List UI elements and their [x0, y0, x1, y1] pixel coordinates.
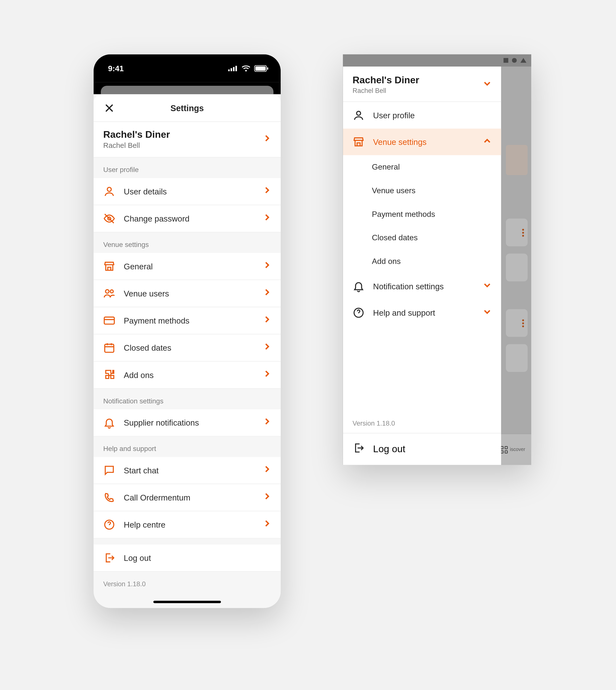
- bell-icon: [353, 280, 365, 292]
- home-indicator: [94, 601, 281, 608]
- drawer-item-help-support[interactable]: Help and support: [343, 299, 501, 326]
- venue-user: Rachel Bell: [103, 141, 263, 150]
- drawer-version: Version 1.18.0: [343, 413, 501, 433]
- navigation-drawer: Rachel's Diner Rachel Bell User profile …: [343, 67, 501, 465]
- settings-sheet: Settings Rachel's Diner Rachel Bell User…: [94, 94, 281, 608]
- drawer-item-label: User profile: [373, 111, 491, 120]
- svg-rect-15: [503, 58, 508, 63]
- section-user-profile: User profile: [94, 157, 281, 178]
- drawer-item-label: Help and support: [373, 308, 475, 317]
- row-label: Add ons: [124, 370, 254, 380]
- person-icon: [353, 109, 365, 121]
- help-circle-icon: [353, 307, 365, 319]
- store-icon: [353, 136, 365, 148]
- drawer-sub-general[interactable]: General: [343, 155, 501, 179]
- svg-point-17: [356, 111, 360, 115]
- row-label: Call Ordermentum: [124, 493, 254, 502]
- svg-point-11: [110, 290, 113, 293]
- svg-rect-13: [105, 344, 114, 352]
- svg-rect-3: [236, 66, 237, 71]
- svg-point-10: [106, 289, 109, 293]
- chat-icon: [103, 464, 115, 476]
- drawer-logout-label: Log out: [373, 444, 405, 455]
- drawer-sub-venue-users[interactable]: Venue users: [343, 179, 501, 202]
- battery-icon: [254, 65, 269, 71]
- help-circle-icon: [103, 519, 115, 531]
- logout-icon: [103, 552, 115, 564]
- row-label: Supplier notifications: [124, 418, 254, 427]
- row-venue-users[interactable]: Venue users: [94, 280, 281, 307]
- drawer-item-label: Notification settings: [373, 282, 475, 291]
- section-help: Help and support: [94, 436, 281, 457]
- row-change-password[interactable]: Change password: [94, 205, 281, 232]
- drawer-item-notification-settings[interactable]: Notification settings: [343, 273, 501, 299]
- drawer-sub-payment-methods[interactable]: Payment methods: [343, 202, 501, 226]
- tablet-drawer-screen: iscover Rachel's Diner Rachel Bell User …: [343, 55, 531, 465]
- row-logout[interactable]: Log out: [94, 545, 281, 572]
- status-circle-icon: [512, 58, 517, 63]
- svg-rect-12: [104, 317, 114, 324]
- drawer-item-user-profile[interactable]: User profile: [343, 102, 501, 129]
- row-label: Closed dates: [124, 343, 254, 352]
- logout-icon: [353, 442, 365, 456]
- svg-point-4: [245, 69, 247, 71]
- chevron-right-icon: [263, 213, 271, 224]
- row-closed-dates[interactable]: Closed dates: [94, 335, 281, 362]
- chevron-right-icon: [263, 465, 271, 476]
- android-status-bar: [343, 55, 531, 67]
- chevron-right-icon: [263, 519, 271, 530]
- chevron-right-icon: [263, 315, 271, 326]
- svg-rect-2: [233, 67, 235, 71]
- drawer-logout[interactable]: Log out: [343, 433, 501, 465]
- row-supplier-notifications[interactable]: Supplier notifications: [94, 409, 281, 436]
- eye-off-icon: [103, 212, 115, 224]
- credit-card-icon: [103, 315, 115, 326]
- svg-rect-1: [230, 68, 232, 71]
- venue-name: Rachel's Diner: [103, 129, 263, 140]
- bell-icon: [103, 417, 115, 429]
- row-call[interactable]: Call Ordermentum: [94, 484, 281, 511]
- venue-selector[interactable]: Rachel's Diner Rachel Bell: [94, 122, 281, 158]
- section-venue-settings: Venue settings: [94, 232, 281, 253]
- drawer-item-label: Venue settings: [373, 137, 475, 146]
- row-start-chat[interactable]: Start chat: [94, 457, 281, 484]
- svg-rect-7: [267, 67, 268, 69]
- chevron-right-icon: [263, 492, 271, 503]
- chevron-right-icon: [263, 417, 271, 428]
- section-notifications: Notification settings: [94, 389, 281, 409]
- svg-rect-6: [255, 66, 266, 70]
- close-button[interactable]: [101, 99, 118, 116]
- row-general[interactable]: General: [94, 253, 281, 280]
- chevron-down-icon: [483, 307, 491, 318]
- drawer-sub-add-ons[interactable]: Add ons: [343, 250, 501, 273]
- status-indicators: [228, 65, 269, 71]
- row-label: Payment methods: [124, 316, 254, 325]
- row-add-ons[interactable]: Add ons: [94, 362, 281, 389]
- svg-point-8: [107, 187, 111, 191]
- puzzle-icon: [103, 369, 115, 381]
- signal-icon: [228, 65, 238, 71]
- users-icon: [103, 287, 115, 299]
- row-label: General: [124, 262, 254, 271]
- drawer-item-venue-settings[interactable]: Venue settings: [343, 129, 501, 155]
- chevron-down-icon: [483, 79, 491, 90]
- row-help-centre[interactable]: Help centre: [94, 511, 281, 538]
- row-label: Venue users: [124, 289, 254, 298]
- row-payment-methods[interactable]: Payment methods: [94, 307, 281, 335]
- phone-icon: [103, 491, 115, 503]
- row-label: User details: [124, 187, 254, 196]
- dim-overlay[interactable]: [501, 67, 531, 465]
- drawer-venue-selector[interactable]: Rachel's Diner Rachel Bell: [343, 67, 501, 102]
- wifi-icon: [241, 65, 250, 71]
- row-label: Start chat: [124, 466, 254, 475]
- venue-name: Rachel's Diner: [353, 75, 483, 86]
- chevron-right-icon: [263, 288, 271, 299]
- chevron-down-icon: [483, 281, 491, 292]
- store-icon: [103, 260, 115, 272]
- drawer-sub-closed-dates[interactable]: Closed dates: [343, 226, 501, 250]
- svg-rect-0: [228, 69, 229, 71]
- chevron-right-icon: [263, 186, 271, 197]
- calendar-icon: [103, 342, 115, 354]
- row-user-details[interactable]: User details: [94, 178, 281, 205]
- row-label: Change password: [124, 214, 254, 223]
